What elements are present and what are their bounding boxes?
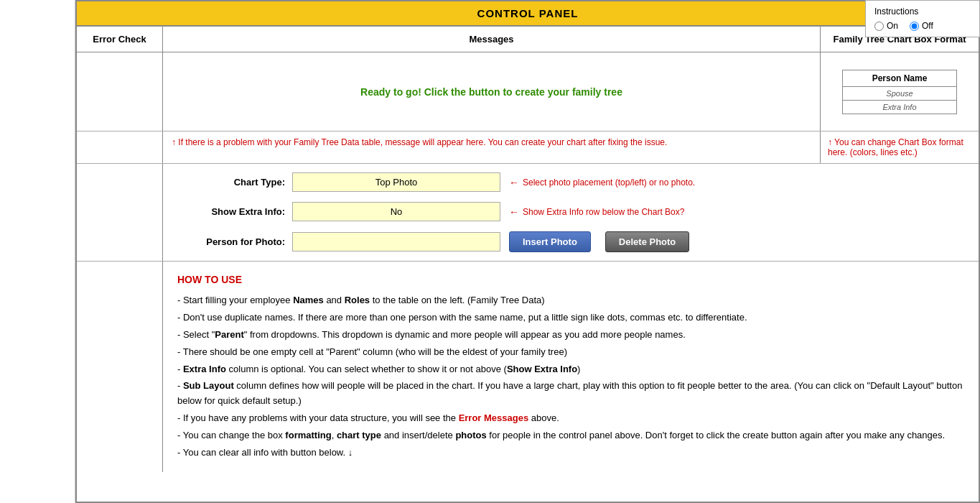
controls-content: Chart Type: ← Select photo placement (to… [163,164,979,261]
show-extra-info-hint: ← Show Extra Info row below the Chart Bo… [509,206,684,218]
show-extra-info-row: Show Extra Info: ← Show Extra Info row b… [177,202,964,221]
how-line-5: - Sub Layout column defines how will peo… [177,379,964,409]
how-line-2: - Select "Parent" from dropdowns. This d… [177,328,964,343]
how-to-use-content: HOW TO USE - Start filling your employee… [163,262,979,472]
chart-type-arrow-icon: ← [509,177,519,188]
main-panel: CONTROL PANEL Error Check Messages Famil… [75,0,980,503]
info-hints-row: ↑ If there is a problem with your Family… [77,131,979,164]
chart-type-label: Chart Type: [177,177,292,188]
instructions-off-radio[interactable] [910,22,919,31]
person-for-photo-label: Person for Photo: [177,236,292,247]
info-left-spacer [77,131,163,163]
chart-type-row: Chart Type: ← Select photo placement (to… [177,172,964,192]
chart-box-person-name: Person Name [843,70,956,87]
how-to-use-area: HOW TO USE - Start filling your employee… [77,262,979,472]
chart-format-hint: ↑ You can change Chart Box format here. … [821,131,979,163]
error-check-cell [77,52,163,131]
how-line-1: - Don't use duplicate names. If there ar… [177,310,964,326]
instructions-radio-group: On Off [874,21,971,31]
instructions-panel: Instructions On Off [865,0,980,37]
how-line-7: - You can change the box formatting, cha… [177,428,964,443]
show-extra-info-arrow-icon: ← [509,206,519,218]
show-extra-info-label: Show Extra Info: [177,206,292,217]
header-title: CONTROL PANEL [477,7,579,19]
col-header-messages: Messages [163,27,821,52]
chart-box-spouse: Spouse [843,87,956,101]
show-extra-info-input[interactable] [292,202,500,221]
how-to-use-title: HOW TO USE [177,272,964,287]
control-panel-header: CONTROL PANEL [77,1,979,27]
how-line-6: - If you have any problems with your dat… [177,411,964,426]
how-line-0: - Start filling your employee Names and … [177,293,964,308]
delete-photo-button[interactable]: Delete Photo [605,231,689,252]
sidebar-left [0,0,75,503]
insert-photo-button[interactable]: Insert Photo [509,231,591,252]
chart-box-extra-info: Extra Info [843,101,956,114]
instructions-on-label[interactable]: On [874,21,898,31]
chart-type-hint: ← Select photo placement (top/left) or n… [509,177,695,188]
chart-box-preview-cell: Person Name Spouse Extra Info [821,52,979,131]
chart-box-preview: Person Name Spouse Extra Info [842,70,957,114]
how-left-spacer [77,262,163,472]
how-line-8: - You can clear all info with button bel… [177,446,964,461]
column-headers: Error Check Messages Family Tree Chart B… [77,27,979,52]
col-header-error-check: Error Check [77,27,163,52]
controls-left-spacer [77,164,163,261]
person-for-photo-input[interactable] [292,232,500,251]
messages-cell: Ready to go! Click the button to create … [163,52,821,131]
controls-area: Chart Type: ← Select photo placement (to… [77,164,979,262]
messages-hint: ↑ If there is a problem with your Family… [163,131,821,163]
how-line-4: - Extra Info column is optional. You can… [177,362,964,377]
chart-type-input[interactable] [292,172,500,192]
photo-buttons: Insert Photo Delete Photo [509,231,689,252]
how-line-3: - There should be one empty cell at "Par… [177,345,964,360]
ready-message: Ready to go! Click the button to create … [360,86,622,98]
instructions-on-radio[interactable] [874,22,884,31]
instructions-off-label[interactable]: Off [910,21,933,31]
person-for-photo-row: Person for Photo: Insert Photo Delete Ph… [177,231,964,252]
instructions-title: Instructions [874,6,971,17]
content-row: Ready to go! Click the button to create … [77,52,979,131]
